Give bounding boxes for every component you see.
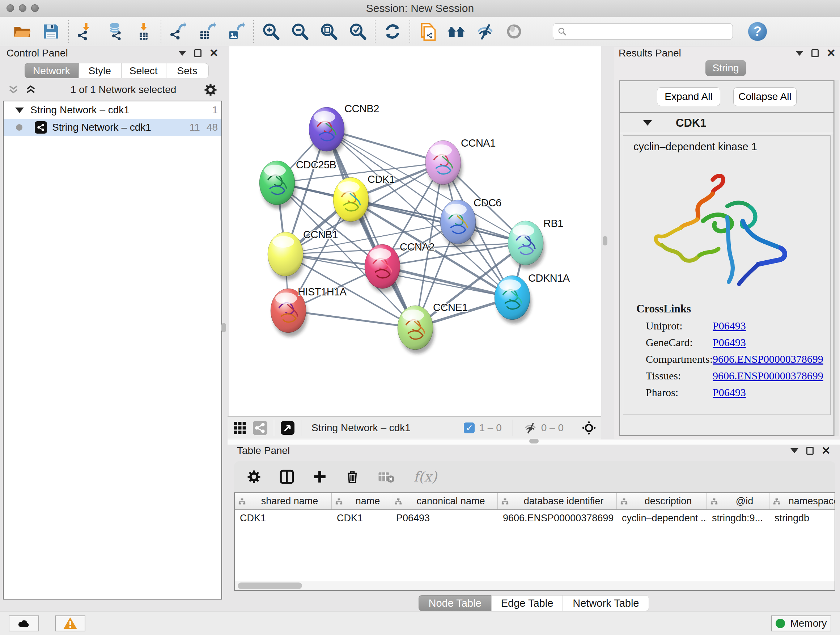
table-panel: Table Panel ✕ f(x) shared namenamecanoni… — [227, 445, 840, 611]
table-row[interactable]: CDK1CDK1P064939606.ENSP00000378699cyclin… — [235, 510, 835, 526]
tab-style[interactable]: Style — [79, 63, 121, 78]
show-columns-icon[interactable] — [279, 470, 294, 484]
network-options-gear-icon[interactable] — [204, 83, 217, 96]
import-network-button[interactable] — [76, 22, 95, 41]
column-header-namespace[interactable]: namespace — [769, 493, 835, 509]
first-neighbors-button[interactable] — [447, 22, 466, 41]
node-CDC6[interactable] — [440, 200, 477, 248]
search-input[interactable] — [570, 26, 722, 37]
network-view-canvas[interactable]: CCNB2CCNA1CDC25BCDK1CDC6RB1CCNB1CCNA2CDK… — [229, 46, 601, 416]
table-cell[interactable]: 9606.ENSP00000378699 — [498, 510, 617, 526]
warnings-button[interactable] — [55, 616, 85, 631]
node-CCNA2[interactable] — [365, 244, 401, 293]
node-CCNB2[interactable] — [309, 107, 346, 155]
zoom-window-button[interactable] — [31, 4, 39, 12]
node-RB1[interactable] — [508, 221, 545, 269]
zoom-selected-button[interactable] — [348, 22, 368, 41]
apply-style-refresh-button[interactable] — [383, 22, 402, 41]
left-splitter-handle[interactable] — [221, 323, 226, 333]
table-cell[interactable]: cyclin–dependent ... — [617, 510, 707, 526]
crosslink-value-link[interactable]: P06493 — [713, 320, 746, 332]
delete-column-trash-icon[interactable] — [346, 470, 359, 484]
horizontal-splitter-handle[interactable] — [529, 439, 538, 443]
pan-crosshair-icon[interactable] — [582, 421, 596, 435]
node-CDK1[interactable] — [333, 177, 370, 226]
export-network-button[interactable] — [169, 22, 188, 41]
zoom-in-button[interactable] — [261, 22, 281, 41]
results-panel-scrollbar[interactable] — [834, 80, 839, 436]
node-CCNB1[interactable] — [268, 232, 305, 280]
export-table-button[interactable] — [197, 22, 217, 41]
table-panel-float-icon[interactable] — [806, 447, 813, 455]
network-collection-row[interactable]: String Network – cdk1 1 — [4, 101, 221, 119]
column-header-databaseidentifier[interactable]: database identifier — [498, 493, 617, 509]
copy-style-button[interactable] — [417, 22, 437, 41]
create-column-plus-icon[interactable] — [313, 470, 327, 484]
tab-node-table[interactable]: Node Table — [418, 595, 491, 611]
cloud-status-button[interactable] — [9, 616, 39, 631]
control-panel-menu-icon[interactable] — [178, 51, 186, 56]
birds-eye-view-icon[interactable] — [281, 421, 294, 435]
column-header-id[interactable]: @id — [707, 493, 769, 509]
table-cell[interactable]: stringdb — [769, 510, 835, 526]
node-CCNA1[interactable] — [425, 141, 462, 188]
column-header-sharedname[interactable]: shared name — [235, 493, 332, 509]
collection-expand-icon[interactable] — [15, 108, 24, 113]
node-CCNE1[interactable] — [398, 306, 434, 354]
column-header-description[interactable]: description — [617, 493, 707, 509]
column-header-name[interactable]: name — [332, 493, 391, 509]
table-settings-gear-icon[interactable] — [247, 470, 261, 484]
crosslink-value-link[interactable]: P06493 — [713, 386, 746, 399]
collapse-all-networks-icon[interactable] — [8, 84, 19, 95]
tab-sets[interactable]: Sets — [166, 63, 209, 78]
zoom-out-button[interactable] — [290, 22, 309, 41]
crosslink-value-link[interactable]: 9606.ENSP00000378699 — [713, 370, 823, 382]
table-panel-close-icon[interactable]: ✕ — [821, 447, 831, 455]
network-row[interactable]: String Network – cdk1 11 48 — [4, 119, 221, 136]
save-session-button[interactable] — [41, 22, 61, 41]
results-panel-menu-icon[interactable] — [796, 51, 804, 56]
hide-selected-button[interactable] — [475, 22, 495, 41]
minimize-window-button[interactable] — [19, 4, 27, 12]
results-panel-float-icon[interactable] — [812, 49, 819, 57]
import-table-button[interactable] — [134, 22, 153, 41]
table-panel-menu-icon[interactable] — [790, 448, 798, 453]
column-header-canonicalname[interactable]: canonical name — [391, 493, 498, 509]
control-panel-float-icon[interactable] — [194, 49, 202, 57]
table-cell[interactable]: CDK1 — [235, 510, 332, 526]
gene-entry-header[interactable]: CDK1 — [620, 113, 834, 133]
table-horizontal-scrollbar[interactable] — [235, 581, 835, 590]
table-cell[interactable]: stringdb:9... — [707, 510, 769, 526]
expand-all-networks-icon[interactable] — [25, 84, 36, 95]
export-image-button[interactable] — [226, 22, 246, 41]
gene-entry-collapse-icon[interactable] — [643, 120, 652, 126]
collapse-all-button[interactable]: Collapse All — [733, 87, 797, 106]
memory-button[interactable]: Memory — [771, 616, 831, 631]
help-button[interactable]: ? — [748, 22, 767, 41]
tab-edge-table[interactable]: Edge Table — [491, 595, 563, 611]
table-cell[interactable]: CDK1 — [332, 510, 391, 526]
close-window-button[interactable] — [6, 4, 14, 12]
results-panel-close-icon[interactable]: ✕ — [827, 49, 836, 57]
node-CDKN1A[interactable] — [494, 276, 531, 324]
network-share-icon[interactable] — [253, 421, 267, 435]
tab-select[interactable]: Select — [121, 63, 166, 78]
tab-network[interactable]: Network — [25, 63, 79, 78]
right-splitter-handle[interactable] — [603, 236, 607, 245]
expand-all-button[interactable]: Expand All — [657, 87, 720, 106]
open-session-button[interactable] — [12, 22, 32, 41]
crosslink-value-link[interactable]: P06493 — [713, 336, 746, 348]
crosslink-value-link[interactable]: 9606.ENSP00000378699 — [713, 353, 823, 365]
zoom-fit-button[interactable] — [319, 22, 339, 41]
crosslinks-title: CrossLinks — [636, 302, 830, 315]
control-panel-close-icon[interactable]: ✕ — [210, 49, 218, 57]
toolbar-search-box[interactable] — [553, 23, 733, 40]
edge-CCNB2-CCNE1[interactable] — [327, 129, 415, 328]
selected-checkbox-icon[interactable]: ✓ — [464, 423, 475, 433]
grid-view-icon[interactable] — [233, 421, 247, 435]
tab-network-table[interactable]: Network Table — [563, 595, 649, 611]
tab-string[interactable]: String — [706, 60, 746, 76]
import-network-database-button[interactable] — [105, 22, 125, 41]
show-all-button[interactable] — [504, 22, 524, 41]
table-cell[interactable]: P06493 — [391, 510, 498, 526]
